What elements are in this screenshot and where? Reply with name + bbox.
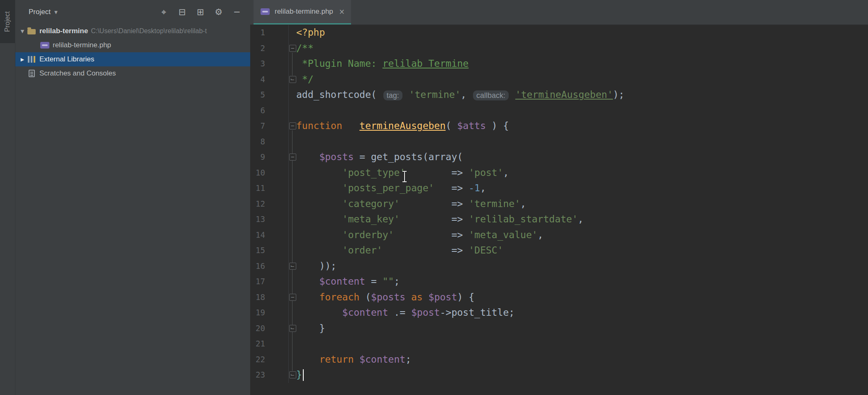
line-number: 16 <box>250 258 265 274</box>
fold-end-icon[interactable]: ⌐ <box>289 325 296 332</box>
fold-gutter <box>288 87 296 103</box>
code-line-5[interactable]: 5add_shortcode( tag: 'termine', callback… <box>250 87 868 103</box>
code-line-7[interactable]: 7−function termineAusgeben( $atts ) { <box>250 118 868 134</box>
chevron-down-icon[interactable]: ▼ <box>19 29 26 34</box>
fold-gutter <box>288 165 296 181</box>
line-number: 20 <box>250 321 265 336</box>
code-line-12[interactable]: 12 'category' => 'termine', <box>250 196 868 212</box>
close-icon[interactable]: × <box>339 7 345 16</box>
tree-item-label: relilab-termine <box>39 27 88 35</box>
chevron-right-icon[interactable]: ▶ <box>19 57 26 62</box>
fold-gutter: ⌐ <box>288 321 296 336</box>
project-panel-title[interactable]: Project <box>29 8 51 16</box>
line-number: 1 <box>250 25 265 41</box>
code-line-20[interactable]: 20⌐ } <box>250 321 868 336</box>
fold-gutter <box>288 180 296 196</box>
line-number: 19 <box>250 305 265 321</box>
project-panel-toolbar: ⌖⊟⊞⚙− <box>155 3 246 21</box>
code-line-2[interactable]: 2−/** <box>250 41 868 56</box>
fold-gutter <box>288 352 296 368</box>
tree-item-external-libraries[interactable]: ▶External Libraries <box>15 52 250 66</box>
code-text: */ <box>296 72 314 88</box>
code-line-15[interactable]: 15 'order' => 'DESC' <box>250 243 868 258</box>
fold-gutter <box>288 212 296 227</box>
code-text: 'post_type' => 'post', <box>296 165 509 181</box>
fold-gutter: ⌐ <box>288 258 296 274</box>
editor-tab-active[interactable]: relilab-termine.php × <box>254 0 351 24</box>
expand-all-icon[interactable]: ⊞ <box>191 3 210 21</box>
fold-gutter: − <box>288 118 296 134</box>
code-line-13[interactable]: 13 'meta_key' => 'relilab_startdate', <box>250 212 868 227</box>
line-number: 10 <box>250 165 265 181</box>
fold-collapse-icon[interactable]: − <box>289 294 296 301</box>
line-number: 4 <box>250 72 265 88</box>
code-line-10[interactable]: 10 'post_type' => 'post', <box>250 165 868 181</box>
scratch-icon <box>26 70 37 77</box>
folder-icon <box>26 28 37 34</box>
tree-item-path: C:\Users\Daniel\Desktop\relilab\relilab-… <box>91 27 207 35</box>
code-text: 'order' => 'DESC' <box>296 243 503 258</box>
line-number: 12 <box>250 196 265 212</box>
tree-item-label: relilab-termine.php <box>53 41 111 49</box>
php-icon <box>39 42 50 49</box>
code-line-6[interactable]: 6 <box>250 103 868 119</box>
fold-end-icon[interactable]: ⌐ <box>289 371 296 378</box>
code-line-9[interactable]: 9− $posts = get_posts(array( <box>250 149 868 165</box>
fold-collapse-icon[interactable]: − <box>289 154 296 161</box>
gear-icon[interactable]: ⚙ <box>210 3 228 21</box>
code-line-3[interactable]: 3 *Plugin Name: relilab Termine <box>250 56 868 72</box>
project-panel: Project ▼ ⌖⊟⊞⚙− ▼relilab-termineC:\Users… <box>15 0 250 395</box>
code-text: 'category' => 'termine', <box>296 196 526 212</box>
tree-item-relilab-termine[interactable]: ▼relilab-termineC:\Users\Daniel\Desktop\… <box>15 24 250 38</box>
code-text: function termineAusgeben( $atts ) { <box>296 118 509 134</box>
code-line-17[interactable]: 17 $content = ""; <box>250 274 868 290</box>
code-editor[interactable]: 1<?php2−/**3 *Plugin Name: relilab Termi… <box>250 25 868 395</box>
code-line-16[interactable]: 16⌐ )); <box>250 258 868 274</box>
locate-file-icon[interactable]: ⌖ <box>155 3 173 21</box>
tool-window-button-project[interactable]: Project <box>0 0 15 43</box>
code-line-21[interactable]: 21 <box>250 336 868 352</box>
code-line-23[interactable]: 23⌐} <box>250 367 868 383</box>
fold-collapse-icon[interactable]: − <box>289 122 296 129</box>
chevron-down-icon[interactable]: ▼ <box>54 10 58 15</box>
left-tool-window-strip: Project <box>0 0 15 395</box>
code-text: 'posts_per_page' => -1, <box>296 180 486 196</box>
line-number: 9 <box>250 149 265 165</box>
code-line-1[interactable]: 1<?php <box>250 25 868 41</box>
tree-item-relilab-termine-php[interactable]: relilab-termine.php <box>15 38 250 52</box>
code-line-22[interactable]: 22 return $content; <box>250 352 868 368</box>
tree-item-scratches-and-consoles[interactable]: Scratches and Consoles <box>15 66 250 80</box>
code-text: 'meta_key' => 'relilab_startdate', <box>296 212 583 227</box>
fold-end-icon[interactable]: ⌐ <box>289 76 296 83</box>
fold-gutter <box>288 134 296 150</box>
fold-gutter <box>288 227 296 243</box>
fold-gutter <box>288 336 296 352</box>
line-number: 11 <box>250 180 265 196</box>
line-number: 15 <box>250 243 265 258</box>
code-text: )); <box>296 258 336 274</box>
code-text: /** <box>296 41 314 56</box>
fold-gutter <box>288 305 296 321</box>
fold-gutter <box>288 196 296 212</box>
code-line-4[interactable]: 4⌐ */ <box>250 72 868 88</box>
fold-gutter <box>288 103 296 119</box>
fold-gutter <box>288 25 296 41</box>
code-line-19[interactable]: 19 $content .= $post->post_title; <box>250 305 868 321</box>
fold-gutter: − <box>288 41 296 56</box>
editor-area: relilab-termine.php × 1<?php2−/**3 *Plug… <box>250 0 868 395</box>
fold-collapse-icon[interactable]: − <box>289 45 296 52</box>
collapse-all-icon[interactable]: ⊟ <box>173 3 191 21</box>
hide-panel-icon[interactable]: − <box>228 3 246 21</box>
fold-end-icon[interactable]: ⌐ <box>289 263 296 270</box>
project-panel-header: Project ▼ ⌖⊟⊞⚙− <box>15 0 250 24</box>
code-line-11[interactable]: 11 'posts_per_page' => -1, <box>250 180 868 196</box>
line-number: 7 <box>250 118 265 134</box>
code-line-8[interactable]: 8 <box>250 134 868 150</box>
code-line-18[interactable]: 18− foreach ($posts as $post) { <box>250 290 868 305</box>
editor-tab-bar: relilab-termine.php × <box>250 0 868 25</box>
library-icon <box>26 56 37 63</box>
php-file-icon <box>260 8 271 15</box>
fold-gutter: − <box>288 149 296 165</box>
tree-item-label: External Libraries <box>39 55 94 63</box>
code-line-14[interactable]: 14 'orderby' => 'meta_value', <box>250 227 868 243</box>
